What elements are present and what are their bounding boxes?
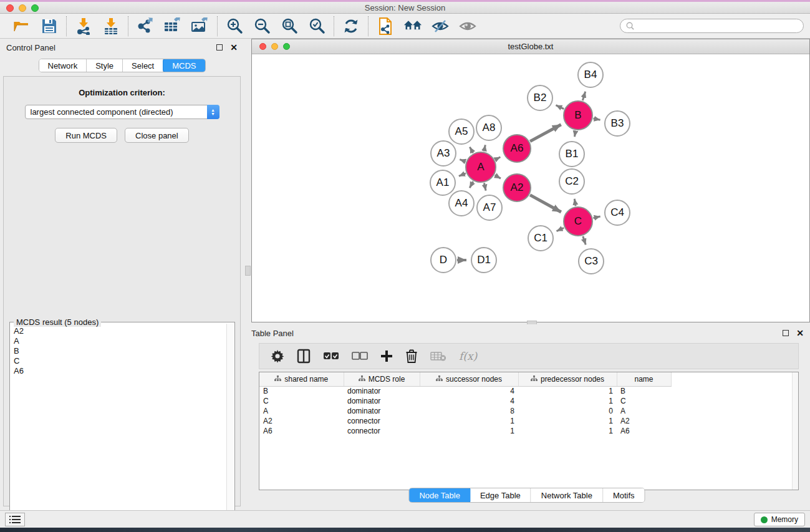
graph-node-C3[interactable]: C3 bbox=[578, 248, 604, 274]
search-field[interactable] bbox=[620, 19, 804, 33]
import-table-icon[interactable] bbox=[102, 17, 120, 36]
tab-select[interactable]: Select bbox=[123, 59, 163, 72]
result-item[interactable]: C bbox=[14, 356, 233, 366]
refresh-layout-icon[interactable] bbox=[342, 17, 360, 36]
column-header-name[interactable]: name bbox=[617, 372, 671, 386]
table-row[interactable]: A6connector11A6 bbox=[259, 426, 678, 436]
graph-node-A[interactable]: A bbox=[465, 152, 496, 183]
clone-network-icon[interactable] bbox=[376, 17, 395, 36]
edge-A-A7 bbox=[484, 183, 486, 190]
show-all-houses-icon[interactable] bbox=[403, 17, 422, 36]
status-bar: Memory bbox=[0, 510, 810, 528]
export-image-icon[interactable] bbox=[191, 17, 210, 36]
network-view-window: testGlobe.txt B4B2BB3A8A5A6B1A3AA1C2A2A4… bbox=[251, 39, 810, 322]
zoom-selected-icon[interactable] bbox=[307, 17, 326, 36]
table-panel-title: Table Panel bbox=[251, 329, 294, 338]
delete-column-trash-icon[interactable] bbox=[405, 349, 418, 364]
settings-gear-icon[interactable] bbox=[271, 349, 284, 363]
close-panel-icon[interactable]: ✕ bbox=[230, 44, 238, 51]
edge-A-A1 bbox=[459, 173, 466, 177]
graph-node-B3[interactable]: B3 bbox=[604, 110, 630, 137]
table-row[interactable]: Bdominator41B bbox=[259, 386, 678, 396]
graph-node-A1[interactable]: A1 bbox=[430, 170, 456, 196]
node-table: shared nameMCDS rolesuccessor nodesprede… bbox=[259, 372, 799, 490]
float-table-panel-icon[interactable] bbox=[783, 330, 789, 336]
float-panel-icon[interactable] bbox=[216, 44, 223, 51]
table-tab-network-table[interactable]: Network Table bbox=[531, 488, 603, 502]
result-item[interactable]: B bbox=[14, 346, 233, 356]
graph-node-B2[interactable]: B2 bbox=[527, 85, 553, 111]
zoom-in-icon[interactable] bbox=[225, 17, 244, 36]
table-tab-motifs[interactable]: Motifs bbox=[603, 488, 645, 502]
graph-node-B1[interactable]: B1 bbox=[559, 141, 585, 167]
import-network-icon[interactable] bbox=[74, 17, 93, 36]
graph-node-A6[interactable]: A6 bbox=[503, 134, 531, 163]
memory-label: Memory bbox=[771, 515, 798, 524]
graph-node-C[interactable]: C bbox=[563, 206, 593, 236]
vertical-splitter-grip[interactable] bbox=[245, 266, 251, 276]
deselect-all-checks-icon[interactable] bbox=[352, 352, 368, 360]
table-scrollbar[interactable] bbox=[792, 372, 798, 490]
graph-node-A5[interactable]: A5 bbox=[448, 118, 475, 145]
graph-node-A4[interactable]: A4 bbox=[448, 190, 475, 216]
open-folder-icon[interactable] bbox=[12, 17, 31, 36]
graph-node-D1[interactable]: D1 bbox=[471, 247, 497, 273]
result-item[interactable]: A bbox=[14, 336, 233, 346]
column-header-MCDS-role[interactable]: MCDS role bbox=[344, 372, 420, 386]
task-history-button[interactable] bbox=[5, 513, 25, 526]
result-scrollbar[interactable] bbox=[226, 324, 233, 531]
graph-node-A8[interactable]: A8 bbox=[476, 115, 502, 141]
table-tab-node-table[interactable]: Node Table bbox=[408, 488, 471, 503]
result-item[interactable]: A2 bbox=[14, 326, 233, 336]
tab-network[interactable]: Network bbox=[39, 59, 87, 72]
graph-node-D[interactable]: D bbox=[430, 247, 456, 273]
function-builder-fx-icon[interactable]: f(x) bbox=[459, 350, 477, 362]
graph-node-B[interactable]: B bbox=[563, 100, 593, 130]
edge-B-B3 bbox=[593, 118, 600, 120]
attribute-tree-icon bbox=[531, 375, 538, 384]
graph-node-C4[interactable]: C4 bbox=[604, 200, 630, 226]
table-row[interactable]: Adominator80A bbox=[259, 406, 678, 416]
column-header-predecessor-nodes[interactable]: predecessor nodes bbox=[518, 372, 617, 386]
graph-node-A3[interactable]: A3 bbox=[430, 140, 456, 167]
table-row[interactable]: Cdominator41C bbox=[259, 396, 678, 406]
add-column-icon[interactable] bbox=[380, 350, 393, 362]
table-row[interactable]: A2connector11A2 bbox=[259, 416, 678, 426]
memory-button[interactable]: Memory bbox=[754, 513, 805, 526]
edge-A6-B bbox=[530, 125, 561, 142]
column-header-successor-nodes[interactable]: successor nodes bbox=[420, 372, 518, 386]
control-panel-title: Control Panel bbox=[6, 43, 55, 52]
graph-node-C1[interactable]: C1 bbox=[528, 225, 554, 251]
result-item[interactable]: A6 bbox=[14, 366, 233, 376]
application-window: Session: New Session bbox=[0, 0, 810, 532]
export-network-icon[interactable] bbox=[136, 17, 155, 36]
close-table-panel-icon[interactable]: ✕ bbox=[796, 330, 804, 336]
graph-node-C2[interactable]: C2 bbox=[559, 168, 585, 195]
tab-style[interactable]: Style bbox=[87, 59, 123, 72]
close-panel-button[interactable]: Close panel bbox=[125, 128, 189, 143]
select-all-checks-icon[interactable] bbox=[323, 352, 339, 360]
graph-node-A7[interactable]: A7 bbox=[476, 195, 503, 221]
node-table-grid[interactable]: shared nameMCDS rolesuccessor nodesprede… bbox=[259, 372, 678, 436]
graph-node-A2[interactable]: A2 bbox=[503, 173, 531, 202]
export-table-icon[interactable] bbox=[163, 17, 182, 36]
delete-table-icon[interactable] bbox=[430, 351, 446, 362]
memory-status-icon bbox=[761, 516, 768, 523]
column-layout-icon[interactable] bbox=[297, 349, 311, 364]
hide-selected-eye-slash-icon[interactable] bbox=[431, 17, 450, 36]
table-tab-edge-table[interactable]: Edge Table bbox=[470, 488, 531, 502]
criterion-select[interactable]: largest connected component (directed) ▲… bbox=[25, 105, 219, 119]
zoom-fit-icon[interactable] bbox=[280, 17, 299, 36]
column-header-shared-name[interactable]: shared name bbox=[259, 372, 344, 386]
mcds-tab-content: Optimization criterion: largest connecte… bbox=[3, 76, 241, 506]
network-window-titlebar: testGlobe.txt bbox=[252, 39, 809, 54]
graph-node-B4[interactable]: B4 bbox=[577, 62, 604, 88]
search-input[interactable] bbox=[635, 21, 803, 32]
show-selected-eye-icon[interactable] bbox=[458, 17, 477, 36]
network-canvas[interactable]: B4B2BB3A8A5A6B1A3AA1C2A2A4A7C4CC1C3DD1 bbox=[252, 54, 809, 322]
tab-mcds[interactable]: MCDS bbox=[163, 59, 205, 72]
save-session-icon[interactable] bbox=[40, 17, 59, 36]
zoom-out-icon[interactable] bbox=[253, 17, 271, 36]
run-mcds-button[interactable]: Run MCDS bbox=[55, 128, 117, 143]
mcds-result-list[interactable]: A2ABCA6 bbox=[10, 322, 234, 532]
